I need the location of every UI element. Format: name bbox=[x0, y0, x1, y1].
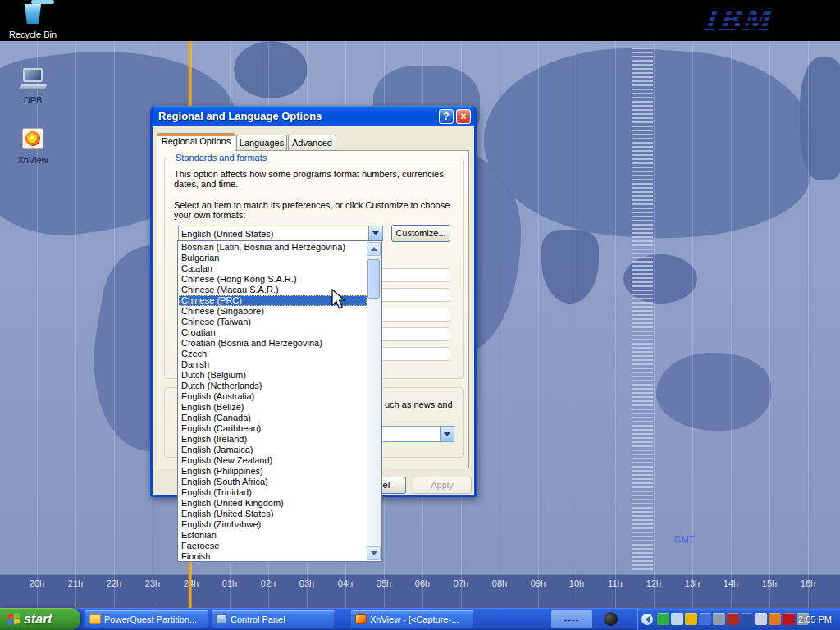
timezone-gridline bbox=[500, 41, 500, 608]
customize-button[interactable]: Customize... bbox=[391, 225, 450, 242]
tab-regional-options[interactable]: Regional Options bbox=[157, 133, 235, 151]
language-option[interactable]: Finnish bbox=[179, 551, 367, 560]
language-option[interactable]: Faeroese bbox=[179, 541, 367, 551]
xnview-app-icon bbox=[22, 128, 43, 149]
language-option[interactable]: English (Canada) bbox=[179, 413, 367, 423]
icon-label: Recycle Bin bbox=[8, 30, 57, 39]
timezone-gridline bbox=[75, 41, 76, 608]
tray-icon[interactable] bbox=[685, 613, 697, 625]
desktop: 20h21h22h23h24h01h02h03h04h05h06h07h08h0… bbox=[0, 0, 840, 630]
chevron-down-icon[interactable] bbox=[440, 427, 454, 441]
timezone-label: 13h bbox=[681, 578, 704, 588]
language-option[interactable]: English (Ireland) bbox=[179, 434, 367, 445]
icon-label: DPB bbox=[8, 95, 57, 105]
timezone-label: 14h bbox=[719, 578, 742, 588]
timezone-label: 04h bbox=[334, 578, 357, 588]
apply-button: Apply bbox=[413, 477, 472, 494]
timezone-label: 12h bbox=[642, 578, 665, 588]
tray-icon[interactable] bbox=[741, 613, 753, 625]
start-button[interactable]: start bbox=[0, 608, 80, 630]
taskbar-toolbar[interactable]: ---- bbox=[551, 610, 592, 628]
format-select[interactable]: English (United States) bbox=[178, 226, 383, 241]
timezone-gridline bbox=[654, 41, 655, 608]
windows-flag-icon bbox=[7, 613, 20, 625]
language-option[interactable]: English (Belize) bbox=[179, 402, 367, 413]
taskbar-task[interactable]: PowerQuest Partition... bbox=[85, 610, 208, 628]
timezone-label: 06h bbox=[411, 578, 434, 588]
ibm-logo: IBM bbox=[703, 0, 778, 41]
desktop-icon-recycle-bin[interactable]: Recycle Bin bbox=[8, 4, 57, 39]
timezone-gridline bbox=[731, 41, 732, 608]
ibm-logo-stripes bbox=[703, 0, 778, 41]
language-option[interactable]: English (United Kingdom) bbox=[179, 498, 367, 509]
tray-icon[interactable] bbox=[769, 613, 781, 625]
timezone-label: 23h bbox=[141, 578, 164, 588]
timezone-label: 05h bbox=[372, 578, 395, 588]
language-option[interactable]: Chinese (Macau S.A.R.) bbox=[179, 285, 367, 295]
language-option[interactable]: English (Zimbabwe) bbox=[179, 519, 367, 530]
task-label: XnView - [<Capture-... bbox=[370, 614, 459, 624]
language-option[interactable]: English (Caribbean) bbox=[179, 423, 367, 434]
language-option[interactable]: Chinese (Singapore) bbox=[179, 306, 367, 317]
desktop-icon-xnview[interactable]: XnView bbox=[8, 128, 57, 165]
desktop-icon-dpb[interactable]: DPB bbox=[8, 68, 57, 105]
language-option[interactable]: Dutch (Belgium) bbox=[179, 370, 367, 381]
dialog-title: Regional and Language Options bbox=[158, 110, 436, 122]
language-option[interactable]: Chinese (PRC) bbox=[179, 295, 367, 306]
language-option[interactable]: English (Trinidad) bbox=[179, 487, 367, 498]
scroll-up-button[interactable] bbox=[367, 242, 381, 256]
scrollbar-thumb[interactable] bbox=[368, 259, 380, 299]
scroll-down-button[interactable] bbox=[367, 546, 381, 560]
language-option[interactable]: Croatian bbox=[179, 327, 367, 338]
language-option[interactable]: Danish bbox=[179, 359, 367, 370]
timezone-label: 11h bbox=[604, 578, 627, 588]
tray-icon[interactable] bbox=[755, 613, 767, 625]
taskbar-task[interactable]: Control Panel bbox=[212, 610, 335, 628]
language-list: Bosnian (Latin, Bosnia and Herzegovina)B… bbox=[179, 242, 367, 560]
timezone-label: 08h bbox=[488, 578, 511, 588]
task-label: Control Panel bbox=[231, 614, 285, 624]
language-option[interactable]: Czech bbox=[179, 349, 367, 359]
language-option[interactable]: Bosnian (Latin, Bosnia and Herzegovina) bbox=[179, 242, 367, 253]
language-option[interactable]: Bulgarian bbox=[179, 253, 367, 263]
timezone-gridline bbox=[114, 41, 115, 608]
dropdown-scrollbar[interactable] bbox=[367, 242, 381, 560]
language-option[interactable]: English (United States) bbox=[179, 509, 367, 519]
tray-icons bbox=[657, 613, 809, 625]
timezone-gridline bbox=[37, 41, 38, 608]
language-option[interactable]: Estonian bbox=[179, 530, 367, 541]
laptop-icon bbox=[20, 68, 46, 89]
timezone-gridline bbox=[808, 41, 809, 608]
timezone-label: 07h bbox=[450, 578, 472, 588]
control-panel-icon bbox=[216, 614, 227, 624]
language-option[interactable]: Chinese (Taiwan) bbox=[179, 317, 367, 327]
timezone-label: 20h bbox=[25, 578, 48, 588]
tray-icon[interactable] bbox=[783, 613, 795, 625]
language-option[interactable]: English (South Africa) bbox=[179, 477, 367, 487]
language-option[interactable]: Chinese (Hong Kong S.A.R.) bbox=[179, 274, 367, 285]
language-option[interactable]: English (Jamaica) bbox=[179, 445, 367, 455]
language-option[interactable]: English (New Zealand) bbox=[179, 455, 367, 466]
start-label: start bbox=[24, 612, 52, 627]
tray-icon[interactable] bbox=[671, 613, 683, 625]
tray-icon[interactable] bbox=[657, 613, 669, 625]
location-text-fragment: uch as news and bbox=[385, 399, 460, 409]
chevron-down-icon[interactable] bbox=[368, 226, 382, 240]
help-button[interactable]: ? bbox=[439, 109, 454, 124]
taskbar-tool-icon[interactable] bbox=[604, 612, 618, 626]
language-option[interactable]: English (Australia) bbox=[179, 391, 367, 402]
tab-languages[interactable]: Languages bbox=[236, 135, 287, 151]
xnview-icon bbox=[355, 614, 367, 624]
language-option[interactable]: Croatian (Bosnia and Herzegovina) bbox=[179, 338, 367, 349]
tray-collapse-button[interactable] bbox=[641, 614, 653, 625]
language-option[interactable]: Catalan bbox=[179, 263, 367, 274]
tray-icon[interactable] bbox=[713, 613, 725, 625]
language-option[interactable]: Dutch (Netherlands) bbox=[179, 381, 367, 391]
tray-icon[interactable] bbox=[699, 613, 711, 625]
tab-advanced[interactable]: Advanced bbox=[288, 135, 336, 151]
tray-icon[interactable] bbox=[727, 613, 739, 625]
close-button[interactable]: × bbox=[456, 109, 471, 124]
taskbar-task[interactable]: XnView - [<Capture-... bbox=[351, 610, 474, 628]
language-option[interactable]: English (Philippines) bbox=[179, 466, 367, 477]
dialog-titlebar[interactable]: Regional and Language Options ? × bbox=[153, 106, 474, 126]
